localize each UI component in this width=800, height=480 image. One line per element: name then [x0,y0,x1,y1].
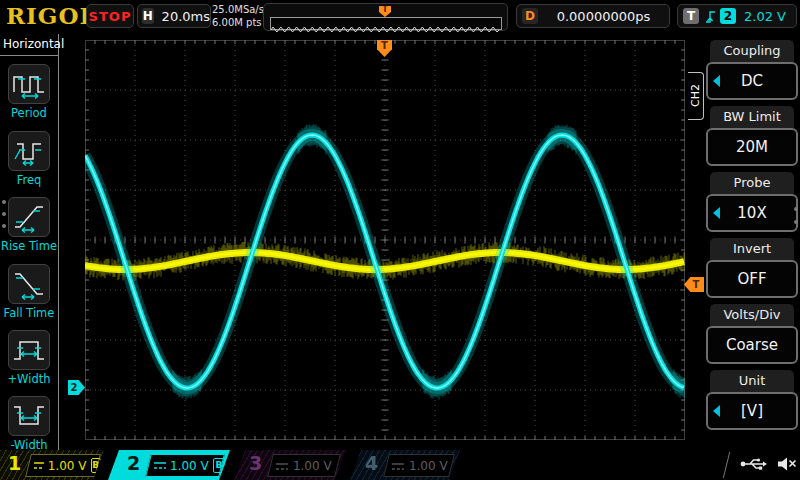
speaker-muted-icon [776,456,798,472]
volts-div-value: Coarse [726,336,778,354]
left-menu-header: Horizontal [0,34,58,56]
menu-item-bw-limit[interactable]: BW Limit 20M [706,106,798,166]
frequency-icon [9,132,49,170]
channel-indicator-4[interactable]: 4 1.00 V [350,450,460,480]
waveform-display [85,40,685,440]
channel-indicator-3[interactable]: 3 1.00 V [234,450,346,480]
menu-item-unit[interactable]: Unit [V] [706,370,798,430]
menu-item-probe[interactable]: Probe 10X [706,172,798,232]
unit-value: [V] [741,402,763,420]
positive-width-icon [9,331,49,369]
bw-limit-badge: B [91,458,101,473]
trigger-readout[interactable]: T 2 2.02 V [677,4,797,28]
coupling-value: DC [741,72,763,90]
dc-coupling-icon [275,460,289,471]
memory-depth: 6.00M pts [212,16,264,29]
left-measure-menu: Horizontal Period Freq Rise Time [0,34,59,450]
delay-label-badge: D [522,8,538,24]
dc-coupling-icon [153,460,166,471]
left-page-dot-2 [2,212,6,216]
measure-item-period[interactable]: Period [0,64,58,120]
trigger-source-badge: 2 [720,8,736,24]
preview-window [270,17,502,30]
probe-value: 10X [737,204,766,222]
negative-width-icon [9,397,49,435]
channel-indicator-1[interactable]: 1 1.00 V B [0,450,104,480]
timebase-value: 20.0ms [162,9,210,24]
invert-value: OFF [737,270,766,288]
measure-item-negative-width[interactable]: -Width [0,396,58,452]
rigol-logo: RIGOL [6,2,97,29]
rise-time-icon [9,198,49,236]
run-state-button[interactable]: STOP [86,4,134,28]
measure-item-rise-time[interactable]: Rise Time [0,197,58,253]
channel-status-bar: 1 1.00 V B 2 1.00 V B 3 [0,450,800,480]
right-page-dot-1 [794,207,798,211]
left-page-dot-1 [2,200,6,204]
trigger-position-mini-marker: T [379,6,391,17]
channel-menu-tab: CH2 [688,72,704,120]
fall-time-icon [9,265,49,303]
acquisition-info: 25.0MSa/s 6.00M pts [212,3,264,29]
channel-indicator-2[interactable]: 2 1.00 V B [108,450,230,480]
measure-item-positive-width[interactable]: +Width [0,330,58,386]
menu-item-invert[interactable]: Invert OFF [706,238,798,298]
delay-readout: D 0.00000000ps [516,4,670,28]
left-arrow-icon [713,405,720,417]
delay-value: 0.00000000ps [538,9,669,24]
rising-edge-icon [704,8,716,25]
measure-item-fall-time[interactable]: Fall Time [0,264,58,320]
usb-icon [740,456,768,472]
right-page-dot-2 [794,220,798,224]
status-icons [740,456,798,472]
sample-rate: 25.0MSa/s [212,3,264,16]
left-arrow-icon [713,207,720,219]
left-page-dot-3 [2,224,6,228]
measure-item-freq[interactable]: Freq [0,131,58,187]
dc-coupling-icon [33,460,44,471]
horizontal-timebase-readout[interactable]: H 20.0ms [137,4,211,28]
menu-item-volts-div[interactable]: Volts/Div Coarse [706,304,798,364]
ch2-ground-marker[interactable]: 2 [68,380,85,395]
bw-limit-value: 20M [736,138,768,156]
oscilloscope-screen: RIGOL STOP H 20.0ms 25.0MSa/s 6.00M pts … [0,0,800,480]
dc-coupling-icon [391,460,405,471]
left-arrow-icon [713,75,720,87]
period-icon [9,65,49,103]
trigger-level-marker[interactable]: T [684,277,704,292]
trigger-label-badge: T [683,8,699,24]
preview-waveform [271,24,499,33]
waveform-preview[interactable]: T [263,3,508,31]
horizontal-label-badge: H [142,8,154,24]
menu-item-coupling[interactable]: Coupling DC [706,40,798,100]
bw-limit-badge: B [213,458,225,473]
trigger-level-value: 2.02 V [744,9,786,24]
